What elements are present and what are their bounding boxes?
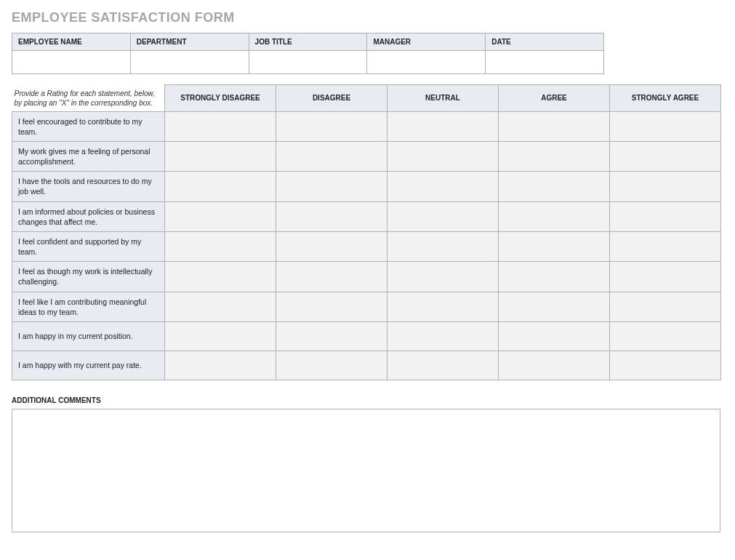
statement-7: I am happy in my current position. xyxy=(12,321,165,351)
rating-cell-1-0[interactable] xyxy=(165,141,276,171)
rating-cell-5-2[interactable] xyxy=(387,262,499,292)
input-employee-name[interactable] xyxy=(12,51,131,74)
header-employee-name: EMPLOYEE NAME xyxy=(12,33,131,51)
rating-cell-5-1[interactable] xyxy=(276,262,387,292)
rating-cell-2-0[interactable] xyxy=(165,172,276,201)
header-date: DATE xyxy=(486,33,604,51)
rating-cell-6-0[interactable] xyxy=(165,292,276,321)
rating-cell-7-1[interactable] xyxy=(276,321,387,351)
rating-cell-0-1[interactable] xyxy=(276,111,387,141)
rating-cell-2-1[interactable] xyxy=(276,172,387,201)
rating-cell-3-1[interactable] xyxy=(276,201,387,231)
rating-cell-1-2[interactable] xyxy=(387,141,499,171)
rating-rows: I feel encouraged to contribute to my te… xyxy=(12,111,721,380)
rating-cell-8-4[interactable] xyxy=(610,351,721,380)
scale-strongly-disagree: STRONGLY DISAGREE xyxy=(165,85,276,112)
header-manager: MANAGER xyxy=(367,33,486,51)
rating-cell-2-4[interactable] xyxy=(610,172,721,201)
input-manager[interactable] xyxy=(367,51,486,74)
scale-strongly-agree: STRONGLY AGREE xyxy=(610,85,721,112)
rating-cell-7-2[interactable] xyxy=(387,321,499,351)
rating-table: Provide a Rating for each statement, bel… xyxy=(12,84,721,380)
rating-cell-4-3[interactable] xyxy=(499,231,610,261)
employee-info-table: EMPLOYEE NAME DEPARTMENT JOB TITLE MANAG… xyxy=(12,33,604,74)
rating-cell-6-3[interactable] xyxy=(499,292,610,321)
statement-2: I have the tools and resources to do my … xyxy=(12,172,165,201)
rating-cell-8-3[interactable] xyxy=(499,351,610,380)
scale-neutral: NEUTRAL xyxy=(387,85,499,112)
rating-cell-2-3[interactable] xyxy=(499,172,610,201)
rating-cell-4-2[interactable] xyxy=(387,231,499,261)
form-title: EMPLOYEE SATISFACTION FORM xyxy=(12,10,723,25)
statement-8: I am happy with my current pay rate. xyxy=(12,351,165,380)
rating-cell-8-2[interactable] xyxy=(387,351,499,380)
scale-disagree: DISAGREE xyxy=(276,85,387,112)
rating-cell-0-0[interactable] xyxy=(165,111,276,141)
rating-cell-8-0[interactable] xyxy=(165,351,276,380)
rating-cell-6-1[interactable] xyxy=(276,292,387,321)
input-job-title[interactable] xyxy=(249,51,367,74)
header-department: DEPARTMENT xyxy=(130,33,249,51)
statement-5: I feel as though my work is intellectual… xyxy=(12,262,165,292)
rating-cell-0-2[interactable] xyxy=(387,111,499,141)
input-date[interactable] xyxy=(486,51,604,74)
rating-cell-3-2[interactable] xyxy=(387,201,499,231)
statement-1: My work gives me a feeling of personal a… xyxy=(12,141,165,171)
rating-cell-0-3[interactable] xyxy=(499,111,610,141)
rating-cell-1-1[interactable] xyxy=(276,141,387,171)
rating-cell-1-3[interactable] xyxy=(499,141,610,171)
rating-cell-5-3[interactable] xyxy=(499,262,610,292)
rating-cell-1-4[interactable] xyxy=(610,141,721,171)
rating-cell-3-0[interactable] xyxy=(165,201,276,231)
statement-4: I feel confident and supported by my tea… xyxy=(12,231,165,261)
rating-cell-8-1[interactable] xyxy=(276,351,387,380)
rating-cell-6-2[interactable] xyxy=(387,292,499,321)
rating-cell-7-0[interactable] xyxy=(165,321,276,351)
comments-label: ADDITIONAL COMMENTS xyxy=(12,396,723,404)
rating-cell-3-3[interactable] xyxy=(499,201,610,231)
rating-cell-5-0[interactable] xyxy=(165,262,276,292)
rating-cell-2-2[interactable] xyxy=(387,172,499,201)
rating-cell-4-1[interactable] xyxy=(276,231,387,261)
rating-cell-0-4[interactable] xyxy=(610,111,721,141)
rating-cell-4-4[interactable] xyxy=(610,231,721,261)
input-department[interactable] xyxy=(130,51,249,74)
comments-textarea[interactable] xyxy=(12,409,720,532)
rating-cell-5-4[interactable] xyxy=(610,262,721,292)
rating-instruction: Provide a Rating for each statement, bel… xyxy=(13,86,166,111)
header-job-title: JOB TITLE xyxy=(249,33,367,51)
statement-0: I feel encouraged to contribute to my te… xyxy=(12,111,165,141)
scale-agree: AGREE xyxy=(499,85,610,112)
statement-3: I am informed about policies or business… xyxy=(12,201,165,231)
rating-cell-4-0[interactable] xyxy=(165,231,276,261)
rating-cell-7-3[interactable] xyxy=(499,321,610,351)
statement-6: I feel like I am contributing meaningful… xyxy=(12,292,165,321)
rating-cell-6-4[interactable] xyxy=(610,292,721,321)
rating-cell-3-4[interactable] xyxy=(610,201,721,231)
rating-cell-7-4[interactable] xyxy=(610,321,721,351)
